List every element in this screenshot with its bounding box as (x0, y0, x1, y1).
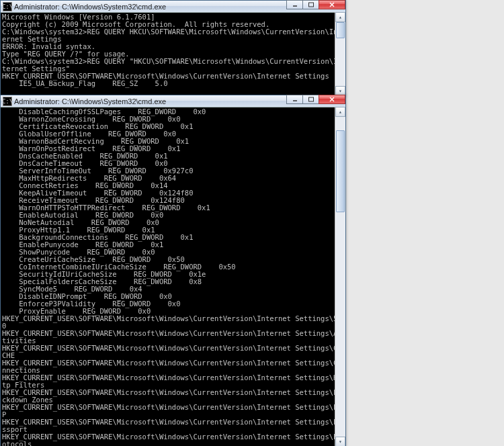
console-line: HKEY_CURRENT_USER\SOFTWARE\Microsoft\Win… (2, 404, 335, 411)
window-controls (287, 0, 345, 9)
console-output[interactable]: DisableCachingOfSSLPages REG_DWORD 0x0 W… (1, 107, 337, 446)
cmd-window-1: C:\ Administrator: C:\Windows\System32\c… (0, 0, 346, 97)
svg-rect-1 (308, 3, 313, 7)
cmd-icon: C:\ (3, 97, 12, 106)
minimize-button[interactable] (286, 0, 303, 9)
window-controls (287, 95, 345, 104)
console-output[interactable]: Microsoft Windows [Version 6.1.7601]Copy… (1, 13, 337, 97)
scroll-thumb[interactable] (336, 22, 345, 38)
console-line: HKEY_CURRENT_USER\SOFTWARE\Microsoft\Win… (2, 330, 335, 337)
console-line: HKEY_CURRENT_USER\SOFTWARE\Microsoft\Win… (2, 418, 335, 426)
svg-rect-5 (308, 97, 313, 101)
console-line: HKEY_CURRENT_USER\SOFTWARE\Microsoft\Win… (2, 359, 335, 367)
console-line: HKEY_CURRENT_USER\SOFTWARE\Microsoft\Win… (2, 433, 335, 441)
titlebar[interactable]: C:\ Administrator: C:\Windows\System32\c… (1, 1, 345, 13)
window-title: Administrator: C:\Windows\System32\cmd.e… (14, 3, 166, 11)
vertical-scrollbar[interactable]: ▴ ▾ (335, 107, 345, 446)
scroll-up-button[interactable]: ▴ (335, 12, 345, 22)
scroll-down-button[interactable]: ▾ (335, 437, 345, 446)
cmd-window-2: C:\ Administrator: C:\Windows\System32\c… (0, 95, 346, 446)
scroll-thumb[interactable] (336, 130, 345, 212)
cmd-icon: C:\ (3, 2, 12, 11)
console-line: HKEY_CURRENT_USER\SOFTWARE\Microsoft\Win… (2, 315, 335, 322)
scroll-up-button[interactable]: ▴ (335, 107, 345, 117)
close-button[interactable] (319, 95, 345, 104)
maximize-button[interactable] (302, 0, 319, 9)
titlebar[interactable]: C:\ Administrator: C:\Windows\System32\c… (1, 95, 345, 107)
minimize-button[interactable] (286, 95, 303, 104)
console-line: HKEY_CURRENT_USER\SOFTWARE\Microsoft\Win… (2, 345, 335, 352)
console-line: otocols (2, 441, 335, 446)
console-line: IE5_UA_Backup_Flag REG_SZ 5.0 (2, 80, 335, 87)
scroll-track[interactable] (335, 117, 345, 437)
close-button[interactable] (319, 0, 345, 9)
console-line: HKEY_CURRENT_USER\SOFTWARE\Microsoft\Win… (2, 374, 335, 382)
vertical-scrollbar[interactable]: ▴ ▾ (335, 12, 345, 96)
maximize-button[interactable] (302, 95, 319, 104)
window-title: Administrator: C:\Windows\System32\cmd.e… (14, 97, 166, 105)
scroll-track[interactable] (335, 22, 345, 86)
